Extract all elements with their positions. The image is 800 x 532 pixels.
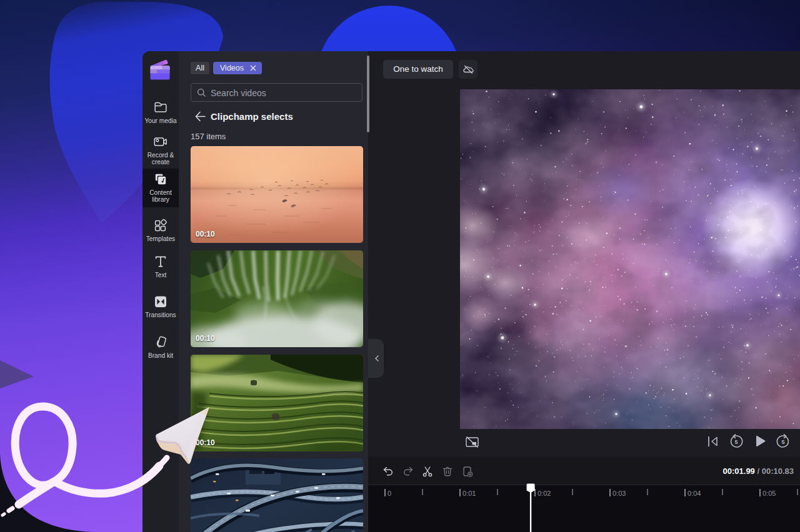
svg-text:5: 5	[734, 439, 738, 445]
svg-text:5: 5	[781, 439, 784, 445]
